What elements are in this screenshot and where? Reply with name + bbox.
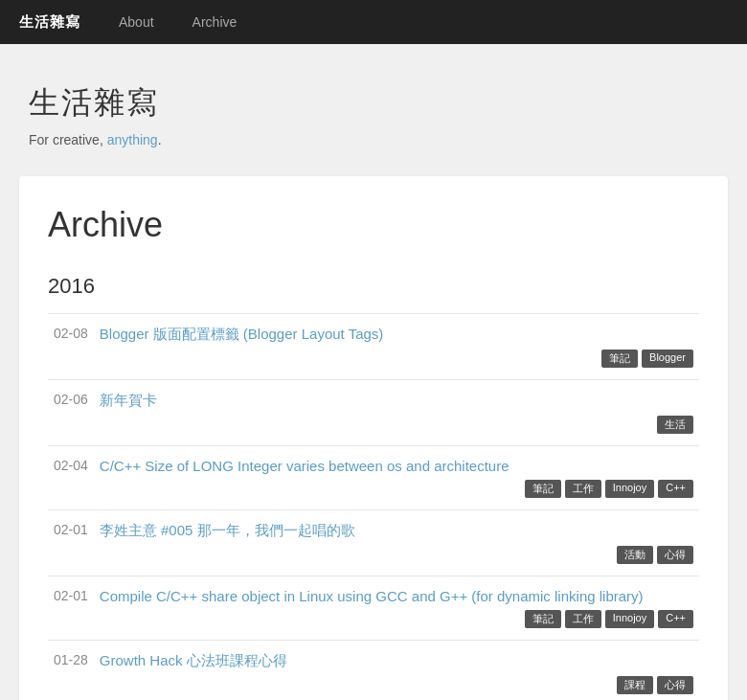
entry-link[interactable]: 李姓主意 #005 那一年，我們一起唱的歌 [100, 522, 693, 540]
archive-heading: Archive [48, 205, 699, 245]
table-row: 01-28Growth Hack 心法班課程心得課程心得 [48, 641, 699, 701]
archive-card: Archive 2016 02-08Blogger 版面配置標籤 (Blogge… [19, 176, 728, 700]
table-row: 02-01Compile C/C++ share object in Linux… [48, 576, 699, 641]
table-row: 02-08Blogger 版面配置標籤 (Blogger Layout Tags… [48, 314, 699, 380]
tag[interactable]: 活動 [617, 546, 653, 564]
entry-date: 02-08 [48, 314, 94, 380]
nav-brand[interactable]: 生活雜寫 [19, 13, 80, 32]
entry-date: 02-06 [48, 380, 94, 446]
entry-date: 02-01 [48, 510, 94, 576]
entry-link[interactable]: 新年賀卡 [100, 392, 693, 410]
content-area: Archive 2016 02-08Blogger 版面配置標籤 (Blogge… [0, 176, 747, 700]
entry-date: 01-28 [48, 641, 94, 701]
tag[interactable]: 心得 [657, 546, 693, 564]
tags-row: 筆記Blogger [100, 350, 693, 368]
tags-row: 活動心得 [100, 546, 693, 564]
hero-section: 生活雜寫 For creative, anything. [0, 44, 747, 176]
entry-date: 02-01 [48, 576, 94, 641]
entry-cell: Blogger 版面配置標籤 (Blogger Layout Tags)筆記Bl… [94, 314, 699, 380]
tag[interactable]: 課程 [617, 676, 653, 694]
tag[interactable]: 生活 [657, 416, 693, 434]
tag[interactable]: 心得 [657, 676, 693, 694]
subtitle-highlight: anything [107, 132, 158, 147]
site-title: 生活雜寫 [29, 82, 718, 124]
site-subtitle: For creative, anything. [29, 132, 718, 147]
entry-cell: 新年賀卡生活 [94, 380, 699, 446]
tags-row: 課程心得 [100, 676, 693, 694]
entry-cell: 李姓主意 #005 那一年，我們一起唱的歌活動心得 [94, 510, 699, 576]
year-heading: 2016 [48, 274, 699, 299]
nav-link-archive[interactable]: Archive [173, 0, 257, 44]
tag[interactable]: 工作 [565, 480, 601, 498]
tag[interactable]: 筆記 [601, 350, 638, 368]
tag[interactable]: Innojoy [605, 610, 654, 628]
table-row: 02-04C/C++ Size of LONG Integer varies b… [48, 446, 699, 510]
tags-row: 筆記工作InnojoyC++ [100, 480, 693, 498]
entry-link[interactable]: Compile C/C++ share object in Linux usin… [100, 588, 693, 604]
tag[interactable]: C++ [658, 480, 693, 498]
entry-date: 02-04 [48, 446, 94, 510]
tag[interactable]: 工作 [565, 610, 601, 628]
entry-cell: Compile C/C++ share object in Linux usin… [94, 576, 699, 641]
entry-link[interactable]: Growth Hack 心法班課程心得 [100, 652, 693, 670]
table-row: 02-01李姓主意 #005 那一年，我們一起唱的歌活動心得 [48, 510, 699, 576]
subtitle-plain: For creative, [29, 132, 107, 147]
table-row: 02-06新年賀卡生活 [48, 380, 699, 446]
archive-table: 02-08Blogger 版面配置標籤 (Blogger Layout Tags… [48, 313, 699, 700]
navbar: 生活雜寫 About Archive [0, 0, 747, 44]
tags-row: 生活 [100, 416, 693, 434]
tag[interactable]: Innojoy [605, 480, 654, 498]
tag[interactable]: 筆記 [525, 610, 561, 628]
subtitle-end: . [158, 132, 162, 147]
entry-cell: Growth Hack 心法班課程心得課程心得 [94, 641, 699, 701]
entry-cell: C/C++ Size of LONG Integer varies betwee… [94, 446, 699, 510]
tags-row: 筆記工作InnojoyC++ [100, 610, 693, 628]
nav-link-about[interactable]: About [100, 0, 173, 44]
entry-link[interactable]: C/C++ Size of LONG Integer varies betwee… [100, 458, 693, 474]
entry-link[interactable]: Blogger 版面配置標籤 (Blogger Layout Tags) [100, 326, 693, 344]
tag[interactable]: C++ [658, 610, 693, 628]
tag[interactable]: Blogger [642, 350, 693, 368]
tag[interactable]: 筆記 [525, 480, 561, 498]
